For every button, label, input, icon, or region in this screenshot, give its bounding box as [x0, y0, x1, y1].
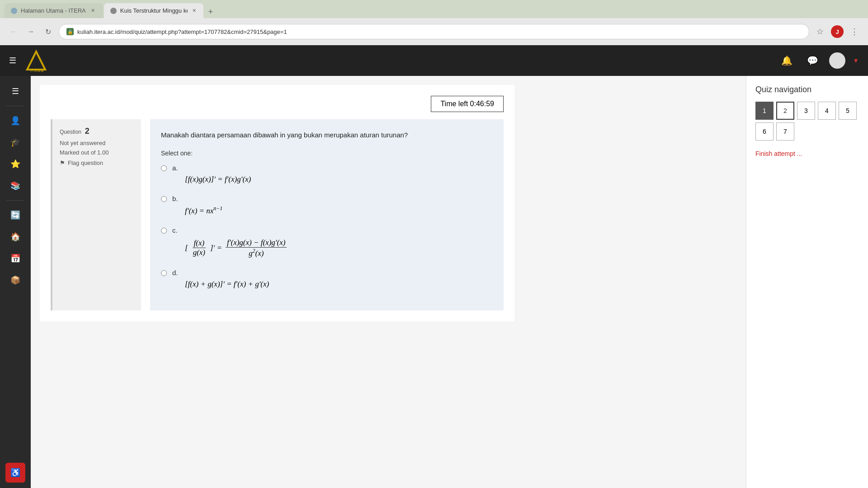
option-c-row: c. [ f(x) g(x) ]′ =: [161, 226, 493, 258]
option-b-row: b. f′(x) = nxn−1: [161, 195, 493, 216]
timer-row: Time left 0:46:59: [51, 96, 504, 112]
option-d-label: d.: [172, 269, 178, 277]
option-c-math: [ f(x) g(x) ]′ = f′(x)g(x) − f(x)g′(x): [185, 238, 288, 258]
question-marked: Marked out of 1.00: [60, 149, 134, 156]
nav-q7[interactable]: 7: [776, 122, 794, 141]
option-b-content: b. f′(x) = nxn−1: [172, 195, 222, 216]
content-area: ☰ 👤 🎓 ⭐ 📚 🔄 🏠 📅 📦 ♿ Time left 0:46:59: [0, 76, 868, 488]
tab-2[interactable]: Kuis Terstruktur Minggu ke-4 (p ✕: [104, 3, 203, 18]
quiz-container: Time left 0:46:59 Question 2 Not yet ans…: [40, 85, 514, 321]
sidebar-star-icon[interactable]: ⭐: [5, 154, 25, 174]
nav-q2[interactable]: 2: [776, 102, 794, 120]
option-d-radio[interactable]: [161, 270, 167, 276]
quiz-navigation-panel: Quiz navigation 1 2 3 4 5 6 7 Finish att…: [746, 76, 868, 488]
sidebar-calendar-icon[interactable]: 📅: [5, 249, 25, 268]
browser-menu-button[interactable]: ⋮: [848, 25, 861, 38]
sidebar-home-icon[interactable]: 🏠: [5, 227, 25, 247]
option-c-content: c. [ f(x) g(x) ]′ =: [172, 226, 288, 258]
flag-icon: ⚑: [60, 160, 65, 166]
finish-attempt-link[interactable]: Finish attempt ...: [755, 150, 802, 157]
sidebar-book-icon[interactable]: 📚: [5, 176, 25, 196]
option-b-math: f′(x) = nxn−1: [185, 206, 222, 216]
profile-button[interactable]: J: [831, 25, 844, 38]
bookmark-button[interactable]: ☆: [814, 25, 826, 38]
option-a-content: a. [f(x)g(x)]′ = f′(x)g′(x): [172, 164, 251, 184]
sidebar-bottom: ♿: [5, 463, 25, 483]
hamburger-menu[interactable]: ☰: [9, 56, 16, 66]
question-status: Not yet answered: [60, 140, 134, 146]
message-icon[interactable]: 💬: [807, 55, 818, 66]
question-text: Manakah diantara persamaan dibawah in ya…: [161, 130, 493, 141]
question-info-panel: Question 2 Not yet answered Marked out o…: [51, 119, 141, 310]
nav-q1[interactable]: 1: [755, 102, 774, 120]
top-navigation: ☰ ITERA 🔔 💬 ▼: [0, 45, 868, 76]
question-label-text: Question 2: [60, 127, 134, 136]
refresh-button[interactable]: ↻: [42, 25, 54, 38]
option-d-row: d. [f(x) + g(x)]′ = f′(x) + g′(x): [161, 269, 493, 289]
sidebar-graduation-icon[interactable]: 🎓: [5, 132, 25, 152]
sidebar-clock-icon[interactable]: 🔄: [5, 205, 25, 225]
tab-1[interactable]: Halaman Utama - ITERA ✕: [5, 3, 103, 18]
security-icon: 🔒: [66, 28, 74, 35]
url-text: kuliah.itera.ac.id/mod/quiz/attempt.php?…: [77, 28, 287, 35]
nav-q4[interactable]: 4: [818, 102, 836, 120]
user-menu-arrow[interactable]: ▼: [853, 57, 859, 64]
svg-marker-0: [27, 52, 45, 70]
user-avatar[interactable]: [829, 52, 845, 69]
sidebar-divider-1: [6, 106, 24, 106]
sidebar-accessibility-icon[interactable]: ♿: [5, 463, 25, 483]
left-sidebar: ☰ 👤 🎓 ⭐ 📚 🔄 🏠 📅 📦 ♿: [0, 76, 31, 488]
tab-2-label: Kuis Terstruktur Minggu ke-4 (p: [120, 7, 188, 14]
nav-q3[interactable]: 3: [797, 102, 815, 120]
option-d-content: d. [f(x) + g(x)]′ = f′(x) + g′(x): [172, 269, 269, 289]
address-bar: ← → ↻ 🔒 kuliah.itera.ac.id/mod/quiz/atte…: [0, 18, 868, 45]
main-content: Time left 0:46:59 Question 2 Not yet ans…: [31, 76, 746, 488]
option-a-math: [f(x)g(x)]′ = f′(x)g′(x): [185, 175, 251, 184]
nav-q6[interactable]: 6: [755, 122, 774, 141]
option-c-radio[interactable]: [161, 228, 167, 234]
address-input[interactable]: 🔒 kuliah.itera.ac.id/mod/quiz/attempt.ph…: [59, 24, 809, 39]
tab-1-label: Halaman Utama - ITERA: [21, 7, 86, 14]
sidebar-package-icon[interactable]: 📦: [5, 270, 25, 290]
nav-q5[interactable]: 5: [839, 102, 857, 120]
option-c-label: c.: [172, 226, 178, 234]
tab-bar: Halaman Utama - ITERA ✕ Kuis Terstruktur…: [0, 0, 868, 18]
option-a-label: a.: [172, 164, 178, 172]
option-d-math: [f(x) + g(x)]′ = f′(x) + g′(x): [185, 280, 269, 289]
sidebar-menu-icon[interactable]: ☰: [5, 81, 25, 101]
question-content: Question 2 Not yet answered Marked out o…: [51, 119, 504, 310]
flag-question-button[interactable]: ⚑ Flag question: [60, 160, 134, 166]
timer-display: Time left 0:46:59: [431, 96, 504, 112]
select-one-label: Select one:: [161, 150, 493, 157]
browser-chrome: Halaman Utama - ITERA ✕ Kuis Terstruktur…: [0, 0, 868, 45]
option-a-radio[interactable]: [161, 165, 167, 171]
notification-bell-icon[interactable]: 🔔: [781, 55, 793, 66]
back-button[interactable]: ←: [7, 25, 20, 38]
tab-2-favicon: [110, 8, 117, 14]
option-b-label: b.: [172, 195, 178, 202]
sidebar-profile-icon[interactable]: 👤: [5, 111, 25, 131]
sidebar-divider-2: [6, 200, 24, 201]
svg-text:ITERA: ITERA: [30, 69, 44, 72]
itera-logo: ITERA: [24, 49, 51, 72]
new-tab-button[interactable]: +: [204, 5, 217, 18]
forward-button[interactable]: →: [24, 25, 37, 38]
logo-area: ITERA: [24, 49, 51, 72]
question-body: Manakah diantara persamaan dibawah in ya…: [150, 119, 504, 310]
option-b-radio[interactable]: [161, 196, 167, 202]
page-body: ☰ ITERA 🔔 💬 ▼ ☰ 👤 🎓 ⭐ 📚 🔄 🏠 📅 📦: [0, 45, 868, 488]
tab-2-close[interactable]: ✕: [191, 7, 197, 14]
tab-1-favicon: [11, 8, 17, 14]
option-a-row: a. [f(x)g(x)]′ = f′(x)g′(x): [161, 164, 493, 184]
quiz-nav-buttons: 1 2 3 4 5 6 7: [755, 102, 859, 141]
tab-1-close[interactable]: ✕: [90, 7, 97, 14]
quiz-nav-title: Quiz navigation: [755, 85, 859, 94]
